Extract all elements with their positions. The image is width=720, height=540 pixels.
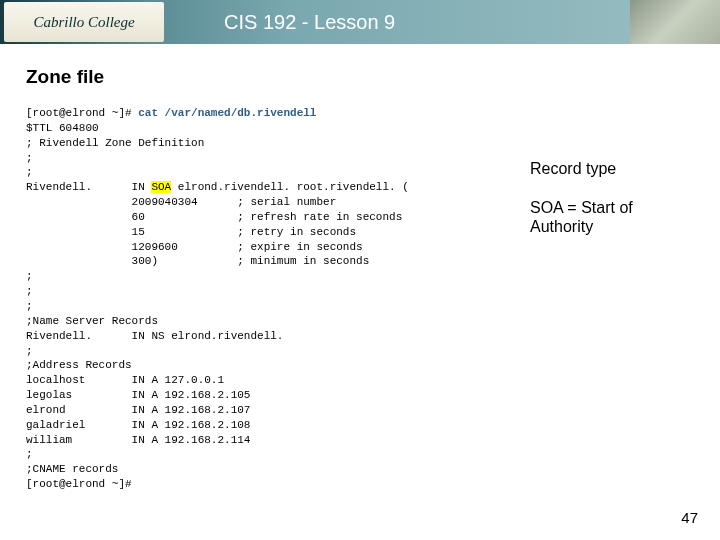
code-line: 300) ; minimum in seconds (26, 255, 369, 267)
code-line: ; (26, 152, 33, 164)
soa-highlight: SOA (151, 181, 171, 193)
code-line: ; (26, 285, 33, 297)
code-line: ;Name Server Records (26, 315, 158, 327)
slide-title: CIS 192 - Lesson 9 (224, 11, 395, 34)
shell-prompt: [root@elrond ~]# (26, 478, 132, 490)
annotation-record-type: Record type (530, 160, 616, 178)
code-line: ; (26, 300, 33, 312)
header-photo (630, 0, 720, 44)
college-logo: Cabrillo College (4, 2, 164, 42)
annotation-soa-line1: SOA = Start of (530, 199, 633, 216)
code-line: ; (26, 448, 33, 460)
code-line: ; (26, 270, 33, 282)
code-line: legolas IN A 192.168.2.105 (26, 389, 250, 401)
code-line: elrond IN A 192.168.2.107 (26, 404, 250, 416)
page-number: 47 (681, 509, 698, 526)
section-heading: Zone file (26, 66, 720, 88)
code-line: localhost IN A 127.0.0.1 (26, 374, 224, 386)
cat-command: cat /var/named/db.rivendell (138, 107, 316, 119)
code-line: 15 ; retry in seconds (26, 226, 356, 238)
header-banner: Cabrillo College CIS 192 - Lesson 9 (0, 0, 720, 44)
code-line: elrond.rivendell. root.rivendell. ( (171, 181, 409, 193)
shell-prompt: [root@elrond ~]# (26, 107, 138, 119)
annotation-soa: SOA = Start of Authority (530, 198, 633, 236)
code-line: Rivendell. IN (26, 181, 151, 193)
code-line: 1209600 ; expire in seconds (26, 241, 363, 253)
code-line: $TTL 604800 (26, 122, 99, 134)
code-line: ;CNAME records (26, 463, 118, 475)
code-line: ; (26, 166, 33, 178)
code-line: william IN A 192.168.2.114 (26, 434, 250, 446)
code-line: ;Address Records (26, 359, 132, 371)
code-line: ; (26, 345, 33, 357)
code-line: galadriel IN A 192.168.2.108 (26, 419, 250, 431)
code-line: Rivendell. IN NS elrond.rivendell. (26, 330, 283, 342)
code-line: 2009040304 ; serial number (26, 196, 336, 208)
code-line: 60 ; refresh rate in seconds (26, 211, 402, 223)
annotation-soa-line2: Authority (530, 218, 593, 235)
code-line: ; Rivendell Zone Definition (26, 137, 204, 149)
